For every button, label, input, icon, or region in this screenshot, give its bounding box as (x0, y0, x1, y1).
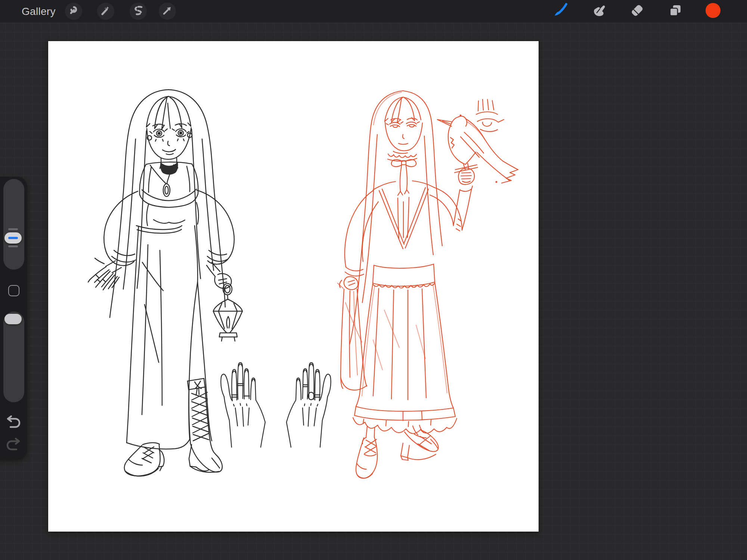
procreate-workspace: Gallery (0, 0, 747, 560)
modify-button[interactable] (8, 285, 19, 296)
wrench-icon (69, 6, 78, 17)
undo-button[interactable] (5, 415, 22, 431)
top-toolbar: Gallery (0, 0, 747, 22)
eraser-icon (629, 2, 645, 20)
opacity-thumb[interactable] (4, 314, 22, 324)
ink-figure-lantern (88, 90, 242, 476)
brush-size-thumb[interactable] (4, 232, 22, 244)
layers-button[interactable] (667, 3, 684, 20)
paintbrush-icon (552, 2, 568, 20)
drawing-canvas[interactable] (48, 41, 539, 532)
transform-button[interactable] (159, 3, 176, 20)
color-button[interactable] (704, 3, 722, 20)
canvas-artwork (48, 41, 539, 532)
ink-hand-studies (221, 363, 331, 447)
opacity-slider[interactable] (3, 312, 24, 402)
smudge-tool-button[interactable] (591, 3, 608, 20)
magic-wand-icon (101, 6, 111, 17)
actions-button[interactable] (65, 3, 82, 20)
brush-sidebar (0, 177, 27, 460)
selection-s-icon (133, 6, 143, 17)
selection-button[interactable] (130, 3, 147, 20)
adjustments-button[interactable] (97, 3, 114, 20)
redo-button[interactable] (5, 437, 22, 454)
gallery-button[interactable]: Gallery (22, 6, 56, 18)
smudge-finger-icon (591, 2, 607, 20)
brush-size-slider[interactable] (3, 179, 24, 270)
layers-icon (667, 2, 684, 20)
redo-arrow-icon (5, 436, 22, 454)
slider-tick-bottom (8, 245, 18, 247)
paint-tool-button[interactable] (552, 3, 569, 20)
erase-tool-button[interactable] (629, 3, 646, 20)
slider-tick-top (8, 228, 18, 230)
brush-size-accent (8, 237, 18, 239)
transform-arrow-icon (162, 6, 172, 17)
color-swatch-icon (705, 2, 721, 20)
sketch-figure-crow (338, 91, 518, 478)
undo-arrow-icon (5, 414, 22, 432)
